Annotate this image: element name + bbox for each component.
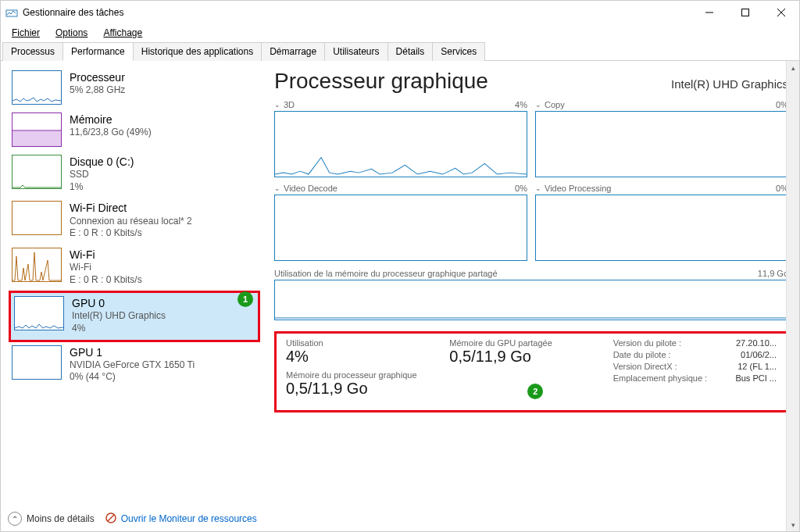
maximize-button[interactable] [727,1,763,24]
close-button[interactable] [763,1,799,24]
shared-memory-chart [274,280,788,320]
engine-vdecode[interactable]: ⌄Video Decode0% [274,184,527,261]
wifi-direct-name: Wi-Fi Direct [70,201,192,215]
tab-users[interactable]: Utilisateurs [324,42,388,61]
content: Processeur 5% 2,88 GHz Mémoire 11,6/23,8… [1,61,799,531]
less-details-label: Moins de détails [27,513,95,524]
driver-ver-value: 27.20.10... [727,338,777,348]
chevron-down-icon: ⌄ [535,184,541,192]
shared-memory-section: Utilisation de la mémoire du processeur … [274,269,788,320]
window: Gestionnaire des tâches Fichier Options … [0,0,800,532]
tab-processes[interactable]: Processus [2,42,63,61]
gpu-mem-label: Mémoire du processeur graphique [286,370,449,380]
menu-view[interactable]: Affichage [97,26,148,40]
menubar: Fichier Options Affichage [1,24,799,41]
open-resource-monitor-link[interactable]: Ouvrir le Moniteur de ressources [105,512,257,526]
wifi-direct-sub: Connexion au réseau local* 2 [70,216,192,228]
engine-3d-label: 3D [284,100,295,109]
directx-value: 12 (FL 1... [727,362,777,371]
driver-ver-label: Version du pilote : [613,338,716,348]
sidebar-item-wifi[interactable]: Wi-Fi Wi-Fi E : 0 R : 0 Kbits/s [9,245,260,291]
engine-3d-chart [274,111,527,177]
chevron-up-icon: ⌃ [8,512,22,526]
svg-rect-2 [742,9,749,16]
window-title: Gestionnaire des tâches [23,7,123,18]
main-panel: Processeur graphique Intel(R) UHD Graphi… [260,61,799,531]
gpu1-name: GPU 1 [70,345,195,359]
memory-sub: 11,6/23,8 Go (49%) [70,127,152,139]
annotation-badge-1: 1 [238,291,253,307]
util-label: Utilisation [286,338,449,348]
gpu1-sub: NVIDIA GeForce GTX 1650 Ti [70,359,195,372]
gpu0-sub2: 4% [72,323,166,335]
engine-3d[interactable]: ⌄3D4% [274,100,527,177]
shared-memory-label: Utilisation de la mémoire du processeur … [274,269,498,278]
cpu-sub: 5% 2,88 GHz [70,84,125,97]
scrollbar-up[interactable]: ▴ [787,61,799,74]
sidebar-item-gpu1[interactable]: GPU 1 NVIDIA GeForce GTX 1650 Ti 0% (44 … [9,342,260,388]
tab-app-history[interactable]: Historique des applications [133,42,262,61]
cpu-name: Processeur [70,70,125,84]
svg-line-9 [108,515,114,521]
annotation-badge-2: 2 [527,384,543,399]
page-title: Processeur graphique [274,69,488,94]
wifi-direct-sub2: E : 0 R : 0 Kbits/s [70,227,192,240]
phys-value: Bus PCI ... [727,373,777,383]
tabs: Processus Performance Historique des app… [1,41,799,61]
menu-options[interactable]: Options [49,26,94,40]
gpu1-thumbnail [12,345,62,380]
gpu0-sub: Intel(R) UHD Graphics [72,310,166,323]
scrollbar[interactable]: ▴ ▾ [786,61,799,531]
directx-label: Version DirectX : [613,362,716,371]
shared-memory-max: 11,9 Go [758,269,788,278]
window-controls [691,1,799,24]
util-value: 4% [286,348,449,366]
resmon-icon [105,512,116,526]
gpu-model: Intel(R) UHD Graphics [671,77,788,91]
driver-date-value: 01/06/2... [727,350,777,359]
sidebar-item-memory[interactable]: Mémoire 11,6/23,8 Go (49%) [9,109,260,152]
disk-sub: SSD [70,169,134,181]
disk-name: Disque 0 (C:) [70,155,134,169]
disk-sub2: 1% [70,181,134,194]
sidebar-item-wifi-direct[interactable]: Wi-Fi Direct Connexion au réseau local* … [9,198,260,244]
wifi-sub: Wi-Fi [70,262,142,274]
chevron-down-icon: ⌄ [274,101,280,109]
chevron-down-icon: ⌄ [535,101,541,109]
tab-startup[interactable]: Démarrage [261,42,325,61]
driver-date-label: Date du pilote : [613,350,716,359]
wifi-thumbnail [12,248,62,282]
shared-short-label: Mémoire du GPU partagée [449,338,612,348]
sidebar-item-cpu[interactable]: Processeur 5% 2,88 GHz [9,67,260,109]
engine-copy-label: Copy [545,100,565,109]
wifi-sub2: E : 0 R : 0 Kbits/s [70,274,142,287]
titlebar: Gestionnaire des tâches [1,1,799,24]
sidebar-item-gpu0[interactable]: GPU 0 Intel(R) UHD Graphics 4% 1 [9,291,260,341]
footer: ⌃ Moins de détails Ouvrir le Moniteur de… [8,512,257,526]
shared-short-value: 0,5/11,9 Go [449,348,612,366]
tab-details[interactable]: Détails [388,42,434,61]
phys-label: Emplacement physique : [613,373,716,383]
scrollbar-down[interactable]: ▾ [787,518,799,531]
tab-services[interactable]: Services [432,42,485,61]
resmon-label: Ouvrir le Moniteur de ressources [121,513,257,524]
engine-3d-pct: 4% [515,100,527,109]
minimize-button[interactable] [691,1,727,24]
menu-file[interactable]: Fichier [5,26,46,40]
svg-rect-5 [12,130,61,146]
gpu0-name: GPU 0 [72,296,166,310]
engine-copy[interactable]: ⌄Copy0% [535,100,788,177]
memory-thumbnail [12,112,62,147]
engine-vprocessing-chart [535,195,788,261]
gpu1-sub2: 0% (44 °C) [70,371,195,384]
engine-copy-chart [535,111,788,177]
engine-vprocessing[interactable]: ⌄Video Processing0% [535,184,788,261]
tab-performance[interactable]: Performance [62,42,134,61]
memory-name: Mémoire [70,112,152,127]
disk-thumbnail [12,155,62,189]
engine-vdecode-pct: 0% [515,184,527,193]
sidebar-item-disk[interactable]: Disque 0 (C:) SSD 1% [9,152,260,198]
chevron-down-icon: ⌄ [274,184,280,192]
sidebar: Processeur 5% 2,88 GHz Mémoire 11,6/23,8… [1,61,260,531]
less-details-button[interactable]: ⌃ Moins de détails [8,512,95,526]
